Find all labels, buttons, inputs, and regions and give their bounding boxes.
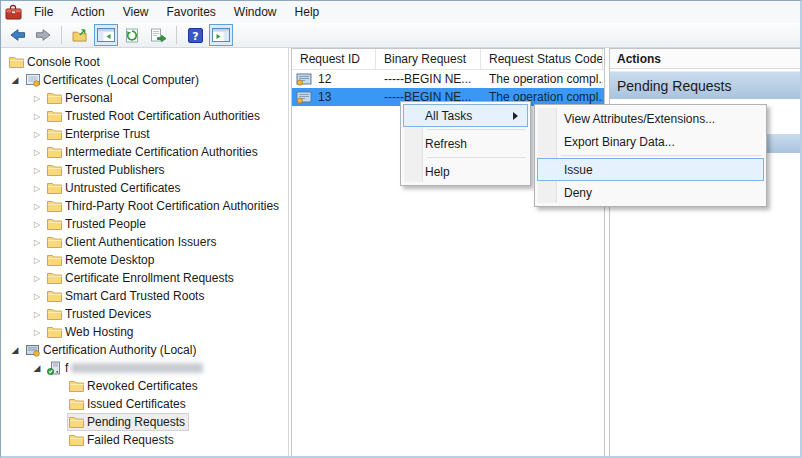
expand-icon[interactable]: ▷	[29, 274, 45, 283]
toolbar-button-forward[interactable]	[31, 24, 55, 46]
expand-icon[interactable]: ▷	[29, 310, 45, 319]
certstore-icon	[25, 73, 43, 87]
context-menu-item-all-tasks[interactable]: All Tasks	[403, 104, 528, 127]
tree-item-smart-card-trusted-roots[interactable]: ▷Smart Card Trusted Roots	[1, 287, 288, 305]
tree-item-personal[interactable]: ▷Personal	[1, 89, 288, 107]
folder-icon	[47, 92, 65, 104]
menubar-item-file[interactable]: File	[25, 5, 62, 19]
tree-item-label: Trusted Root Certification Authorities	[65, 109, 260, 123]
expand-icon[interactable]: ▷	[29, 256, 45, 265]
tree-item-web-hosting[interactable]: ▷Web Hosting	[1, 323, 288, 341]
submenu-item-deny[interactable]: Deny	[537, 181, 764, 204]
toolbar-separator	[176, 26, 177, 44]
refresh-icon	[124, 28, 140, 43]
tree-item-f[interactable]: ◢f	[1, 359, 288, 377]
pending-requests-action-group[interactable]: Pending Requests	[610, 71, 800, 99]
tree-item-label: Trusted Publishers	[65, 163, 165, 177]
up-one-level-icon	[72, 28, 89, 42]
folder-icon	[47, 200, 65, 212]
tree-item-label: Pending Requests	[87, 415, 185, 429]
menubar-item-window[interactable]: Window	[225, 5, 286, 19]
tree-item-certificate-enrollment-requests[interactable]: ▷Certificate Enrollment Requests	[1, 269, 288, 287]
menubar-item-favorites[interactable]: Favorites	[158, 5, 225, 19]
folder-icon	[47, 182, 65, 194]
column-header-request-status-code[interactable]: Request Status Code	[481, 49, 603, 69]
submenu-item-export-binary-data[interactable]: Export Binary Data...	[537, 130, 764, 153]
tree-item-client-authentication-issuers[interactable]: ▷Client Authentication Issuers	[1, 233, 288, 251]
folder-icon	[9, 56, 27, 68]
column-header-request-id[interactable]: Request ID	[292, 49, 376, 69]
request-row-12[interactable]: 12-----BEGIN NE...The operation compl...	[292, 70, 604, 88]
tree-item-untrusted-certificates[interactable]: ▷Untrusted Certificates	[1, 179, 288, 197]
expand-icon[interactable]: ▷	[29, 112, 45, 121]
folder-icon	[47, 110, 65, 122]
folder-icon	[47, 272, 65, 284]
expand-icon[interactable]: ▷	[29, 130, 45, 139]
actions-pane-title: Actions	[610, 49, 800, 69]
toolbar-button-show-action-pane[interactable]	[209, 24, 233, 46]
tree-item-certification-authority-local[interactable]: ◢Certification Authority (Local)	[1, 341, 288, 359]
redacted-ca-name	[71, 363, 203, 373]
tree-item-revoked-certificates[interactable]: Revoked Certificates	[1, 377, 288, 395]
context-menu-item-refresh[interactable]: Refresh	[403, 132, 528, 155]
tree-item-trusted-devices[interactable]: ▷Trusted Devices	[1, 305, 288, 323]
all-tasks-submenu: View Attributes/Extensions...Export Bina…	[534, 104, 767, 207]
tree-item-label: Intermediate Certification Authorities	[65, 145, 258, 159]
expand-icon[interactable]: ▷	[29, 328, 45, 337]
tree-item-trusted-root-certification-authorities[interactable]: ▷Trusted Root Certification Authorities	[1, 107, 288, 125]
column-header-binary-request[interactable]: Binary Request	[376, 49, 481, 69]
context-menu-item-help[interactable]: Help	[403, 160, 528, 183]
export-list-icon	[150, 28, 167, 43]
mmc-console-icon[interactable]	[1, 4, 25, 20]
folder-icon	[69, 380, 87, 392]
collapse-icon[interactable]: ◢	[7, 75, 23, 85]
expand-icon[interactable]: ▷	[29, 292, 45, 301]
tree-item-label: Failed Requests	[87, 433, 174, 447]
tree-item-console-root[interactable]: Console Root	[1, 53, 288, 71]
expand-icon[interactable]: ▷	[29, 184, 45, 193]
expand-icon[interactable]: ▷	[29, 148, 45, 157]
tree-item-third-party-root-certification-authorities[interactable]: ▷Third-Party Root Certification Authorit…	[1, 197, 288, 215]
tree-item-certificates-local-computer[interactable]: ◢Certificates (Local Computer)	[1, 71, 288, 89]
toolbar-button-export-list[interactable]	[146, 24, 170, 46]
toolbar-button-help[interactable]: ?	[183, 24, 207, 46]
submenu-arrow-icon	[513, 112, 518, 120]
tree-item-issued-certificates[interactable]: Issued Certificates	[1, 395, 288, 413]
expand-icon[interactable]: ▷	[29, 220, 45, 229]
expand-icon[interactable]: ▷	[29, 238, 45, 247]
folder-icon	[47, 218, 65, 230]
tree-item-failed-requests[interactable]: Failed Requests	[1, 431, 288, 449]
tree-item-label: Trusted People	[65, 217, 146, 231]
folder-icon	[47, 308, 65, 320]
toolbar-button-show-console-tree[interactable]	[94, 24, 118, 46]
back-icon	[9, 28, 26, 42]
folder-icon	[47, 128, 65, 140]
menubar-item-action[interactable]: Action	[62, 5, 113, 19]
tree-item-label: Console Root	[27, 55, 100, 69]
collapse-icon[interactable]: ◢	[29, 363, 45, 373]
show-console-tree-icon	[97, 28, 115, 42]
toolbar-button-back[interactable]	[5, 24, 29, 46]
request_id-cell: 12	[292, 70, 376, 88]
folder-icon	[47, 236, 65, 248]
expand-icon[interactable]: ▷	[29, 202, 45, 211]
tree-item-enterprise-trust[interactable]: ▷Enterprise Trust	[1, 125, 288, 143]
submenu-item-view-attributes-extensions[interactable]: View Attributes/Extensions...	[537, 107, 764, 130]
menubar-item-view[interactable]: View	[114, 5, 158, 19]
toolbar-button-up-one-level[interactable]	[68, 24, 92, 46]
tree-item-pending-requests[interactable]: Pending Requests	[1, 413, 288, 431]
expand-icon[interactable]: ▷	[29, 94, 45, 103]
tree-item-trusted-publishers[interactable]: ▷Trusted Publishers	[1, 161, 288, 179]
tree-item-intermediate-certification-authorities[interactable]: ▷Intermediate Certification Authorities	[1, 143, 288, 161]
expand-icon[interactable]: ▷	[29, 166, 45, 175]
tree-item-trusted-people[interactable]: ▷Trusted People	[1, 215, 288, 233]
tree-item-remote-desktop[interactable]: ▷Remote Desktop	[1, 251, 288, 269]
submenu-item-issue[interactable]: Issue	[537, 158, 764, 181]
tree-item-label: Personal	[65, 91, 112, 105]
folder-icon	[47, 146, 65, 158]
collapse-icon[interactable]: ◢	[7, 345, 23, 355]
folder-icon	[47, 290, 65, 302]
toolbar-button-refresh[interactable]	[120, 24, 144, 46]
menubar-item-help[interactable]: Help	[286, 5, 329, 19]
tree-item-label: Certificate Enrollment Requests	[65, 271, 234, 285]
